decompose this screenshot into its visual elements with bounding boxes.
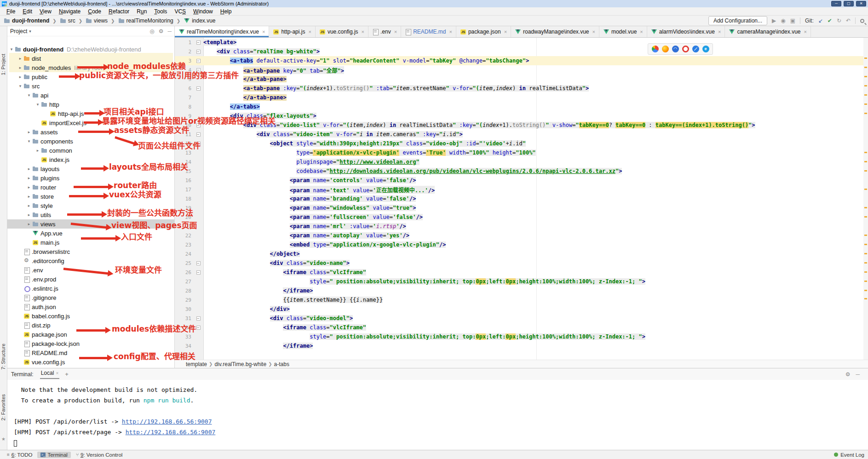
code-line[interactable]: 2− <div class="realTime bg-white"> (175, 47, 868, 56)
fold-collapse-icon[interactable]: − (196, 142, 201, 146)
fold-collapse-icon[interactable]: − (196, 270, 201, 275)
editor-tab[interactable]: roadwayManage\index.vue× (511, 26, 599, 37)
debug-icon[interactable]: ◉ (781, 17, 785, 24)
tree-item-http-api-js[interactable]: http-api.js (7, 109, 174, 118)
chevron-down-icon[interactable]: ▾ (29, 29, 31, 34)
terminal-output[interactable]: Note that the development build is not o… (7, 380, 868, 450)
tree-item-public[interactable]: ▸public (7, 72, 174, 81)
code-line[interactable]: 31− <div class="video-model"> (175, 314, 868, 323)
project-panel-header[interactable]: Project ▾ ◎ ⚙ ─ (7, 26, 174, 36)
tree-item-api[interactable]: ▾api (7, 91, 174, 100)
fold-collapse-icon[interactable]: − (196, 261, 201, 265)
tree-item-style[interactable]: ▸style (7, 201, 174, 210)
editor-tab[interactable]: .env× (368, 26, 401, 37)
tree-item-utils[interactable]: ▸utils (7, 210, 174, 219)
tree-item-plugins[interactable]: ▸plugins (7, 173, 174, 183)
code-line[interactable]: 22 <param name='autoplay' value='yes'/> (175, 231, 868, 240)
menu-item-view[interactable]: View (36, 8, 55, 15)
stripe-favorites-button[interactable]: 2: Favorites (0, 394, 6, 420)
chevron-right-icon[interactable]: ▸ (26, 222, 32, 226)
tree-item-app-vue[interactable]: App.vue (7, 229, 174, 238)
stripe-structure-button[interactable]: 7: Structure (0, 344, 6, 370)
tree-item-vue-config-js[interactable]: vue.config.js (7, 357, 174, 367)
code-line[interactable]: 16 <param name='controls' value='false'/… (175, 176, 868, 185)
chevron-right-icon[interactable]: ▸ (34, 148, 41, 153)
fold-collapse-icon[interactable]: − (196, 326, 201, 330)
tree-item-readme-md[interactable]: README.md (7, 348, 174, 357)
fold-collapse-icon[interactable]: − (196, 68, 201, 72)
breadcrumb-item-realtimemonitoring[interactable]: realTimeMonitoring (126, 17, 173, 24)
statusbar-9-version-control[interactable]: ⑂9: Version Control (73, 452, 126, 458)
fold-collapse-icon[interactable]: − (196, 59, 201, 63)
chevron-down-icon[interactable]: ▾ (8, 47, 15, 52)
terminal-settings-gear-icon[interactable]: ⚙ (845, 371, 851, 378)
fold-collapse-icon[interactable]: − (196, 123, 201, 127)
tree-item-layouts[interactable]: ▸layouts (7, 164, 174, 173)
tab-close-icon[interactable]: × (504, 29, 507, 34)
minimize-button[interactable]: ─ (831, 1, 841, 6)
git-commit-icon[interactable]: ✔ (828, 17, 832, 24)
code-line[interactable]: 1−<template> (175, 38, 868, 47)
editor-tab[interactable]: cameraManage\index.vue× (725, 26, 811, 37)
chevron-right-icon[interactable]: ▸ (26, 194, 32, 199)
fold-marker[interactable]: − (193, 49, 203, 54)
code-line[interactable]: 23 <embed type="application/x-google-vlc… (175, 240, 868, 249)
menu-item-code[interactable]: Code (84, 8, 105, 15)
chevron-right-icon[interactable]: ▸ (17, 56, 23, 61)
code-line[interactable]: 34 </iframe> (175, 341, 868, 350)
code-line[interactable]: 13 type='application/x-vlc-plugin' event… (175, 148, 868, 157)
tree-item-package-lock-json[interactable]: package-lock.json (7, 339, 174, 348)
statusbar-6-todo[interactable]: ≡6: TODO (4, 452, 35, 458)
tree-item-index-js[interactable]: index.js (7, 155, 174, 164)
run-icon[interactable]: ▶ (772, 17, 776, 24)
tree-item-node-modules[interactable]: ▸node_moduleslibrary root (7, 63, 174, 72)
title-bar[interactable]: WS duoji-frontend [D:\zheheWeb\duoji-fro… (0, 0, 868, 7)
code-line[interactable]: 5 </a-tab-pane> (175, 75, 868, 84)
editor-tab[interactable]: vue.config.js× (316, 26, 368, 37)
tab-close-icon[interactable]: × (449, 29, 452, 34)
fold-marker[interactable]: − (193, 261, 203, 265)
code-line[interactable]: 18 <param name='branding' value='false'/… (175, 194, 868, 203)
tree-item-components[interactable]: ▾components (7, 137, 174, 146)
code-line[interactable]: 15 codebase="http://downloads.videolan.o… (175, 166, 868, 176)
tree-item--gitignore[interactable]: .gitignore (7, 293, 174, 302)
chevron-down-icon[interactable]: ▾ (17, 84, 23, 88)
code-line[interactable]: 12− <object style="width:390px;height:21… (175, 139, 868, 148)
chevron-right-icon[interactable]: ▸ (26, 176, 32, 180)
menu-item-tools[interactable]: Tools (150, 8, 171, 15)
fold-marker[interactable]: − (193, 316, 203, 321)
close-button[interactable]: ✕ (856, 1, 866, 6)
tab-close-icon[interactable]: × (592, 29, 595, 34)
chevron-right-icon[interactable]: ▸ (17, 65, 23, 70)
search-everywhere-icon[interactable] (860, 19, 864, 23)
code-line[interactable]: 3− <a-tabs default-active-key="1" slot="… (175, 56, 868, 65)
code-line[interactable]: 26− <iframe class="vlcIframe" (175, 268, 868, 277)
git-history-icon[interactable]: ↻ (837, 17, 841, 24)
tab-close-icon[interactable]: × (718, 29, 721, 34)
code-line[interactable]: 33 style=" position:absolute;visibility:… (175, 332, 868, 341)
chevron-right-icon[interactable]: ▸ (26, 130, 32, 134)
editor-tab[interactable]: http-api.js× (269, 26, 315, 37)
chevron-right-icon[interactable]: ▸ (17, 75, 23, 79)
editor-breadcrumb-item[interactable]: div.realTime.bg-white (214, 361, 266, 367)
tree-item--editorconfig[interactable]: .editorconfig (7, 256, 174, 265)
tree-item-babel-config-js[interactable]: babel.config.js (7, 311, 174, 321)
editor-scrollbar[interactable] (863, 38, 868, 360)
tree-item-assets[interactable]: ▸assets (7, 127, 174, 137)
fold-marker[interactable]: − (193, 132, 203, 137)
editor-tab[interactable]: README.md× (401, 26, 456, 37)
tree-item-importexcel-js[interactable]: importExcel.js (7, 118, 174, 127)
code-line[interactable]: 6− <a-tab-pane :key="(index+1).toString(… (175, 84, 868, 93)
tree-item-src[interactable]: ▾src (7, 81, 174, 91)
new-terminal-session-button[interactable]: + (65, 371, 69, 378)
breadcrumb-item-src[interactable]: src (68, 17, 75, 24)
tab-close-icon[interactable]: × (308, 29, 311, 34)
editor-tab[interactable]: alarmVideos\index.vue× (647, 26, 725, 37)
tab-close-icon[interactable]: × (804, 29, 806, 34)
edge-browser-icon[interactable]: e (702, 46, 709, 52)
code-line[interactable]: 14 pluginspage="http://www.videolan.org" (175, 157, 868, 166)
code-line[interactable]: 21 <param name='mrl' :value='i.rtsp'/> (175, 222, 868, 231)
tree-item--env[interactable]: .env (7, 265, 174, 275)
menu-item-window[interactable]: Window (190, 8, 217, 15)
code-line[interactable]: 30 </div> (175, 304, 868, 314)
